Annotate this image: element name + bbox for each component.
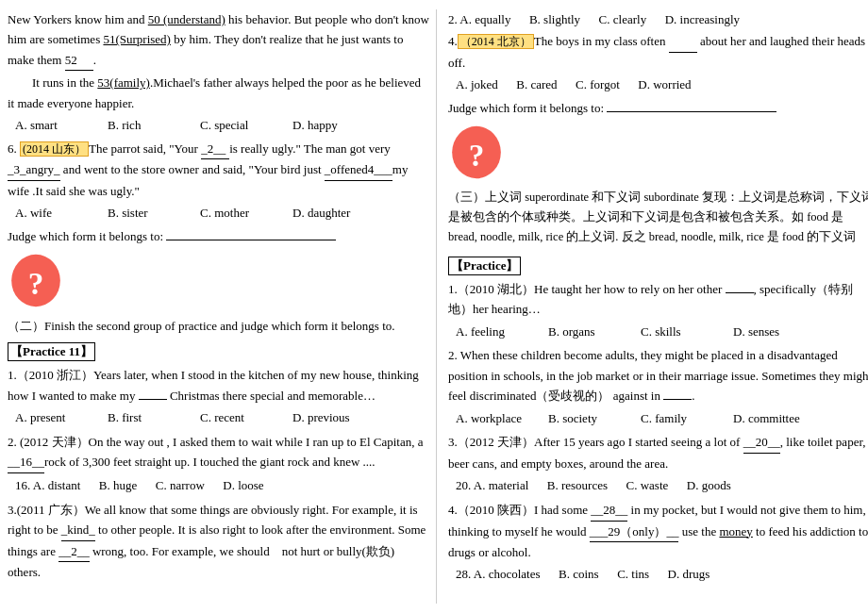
opt-happy: D. happy xyxy=(292,116,368,136)
p11-q3-text: 3.(2011 广东）We all know that some things … xyxy=(8,500,430,583)
practice-11-title: 【Practice 11】 xyxy=(8,342,95,361)
word-understand: 50 (understand) xyxy=(148,12,225,26)
left-intro-2: It runs in the 53(family).Michael's fath… xyxy=(8,73,430,113)
r-practice-title: 【Practice】 xyxy=(448,257,521,275)
svg-text:?: ? xyxy=(469,139,485,174)
q5-options: A. smart B. rich C. special D. happy xyxy=(15,116,430,136)
word-surprised: 51(Surprised) xyxy=(103,32,171,46)
r-p-q3-text: 3.（2012 天津）After 15 years ago I started … xyxy=(448,432,868,473)
opt-workplace: A. workplace xyxy=(456,409,531,429)
word-family: 53(family) xyxy=(97,75,150,90)
q6-options: A. wife B. sister C. mother D. daughter xyxy=(15,204,430,224)
opt-rich: B. rich xyxy=(108,116,183,136)
opt-skills: C. skills xyxy=(641,323,716,342)
r-p-q4-text: 4.（2010 陕西）I had some __28__ in my pocke… xyxy=(448,500,868,562)
left-intro-1: New Yorkers know him and 50 (understand)… xyxy=(8,9,430,71)
r-blank-20: __20__ xyxy=(743,432,780,453)
r-q4-text: 4.（2014 北京）The boys in my class often ab… xyxy=(448,31,868,73)
opt-organs: B. organs xyxy=(548,323,624,342)
r-blank-28: __28__ xyxy=(591,500,627,521)
opt-committee: D. committee xyxy=(733,409,809,429)
left-column: New Yorkers know him and 50 (understand)… xyxy=(8,9,437,604)
r-judge-blank xyxy=(607,111,776,112)
right-column: 2. A. equally B. slightly C. clearly D. … xyxy=(444,9,868,604)
r-p-q2: 2. When these children become adults, th… xyxy=(448,345,868,428)
r-q4-year: （2014 北京） xyxy=(458,34,534,49)
r-p-q3: 3.（2012 天津）After 15 years ago I started … xyxy=(448,432,868,496)
q6-text: 6. (2014 山东）The parrot said, "Your _2__i… xyxy=(8,139,430,201)
opt-present: A. present xyxy=(15,408,91,428)
p11-q3: 3.(2011 广东）We all know that some things … xyxy=(8,500,430,583)
r-p-q1-text: 1.（2010 湖北）He taught her how to rely on … xyxy=(448,279,868,320)
section-2-intro: （二）Finish the second group of practice a… xyxy=(8,316,430,336)
question-mark-image: ? xyxy=(8,251,74,312)
r-p-q2-text: 2. When these children become adults, th… xyxy=(448,345,868,406)
r-q4-block: 4.（2014 北京）The boys in my class often ab… xyxy=(448,31,868,95)
blank-offend: _offened4___ xyxy=(325,159,392,180)
chinese-block-1: （三）上义词 superordinate 和下义词 subordinate 复现… xyxy=(448,188,868,248)
r-blank-q2 xyxy=(663,399,692,400)
opt-smart: A. smart xyxy=(15,116,91,136)
r-question-mark-svg: ? xyxy=(448,124,505,181)
r-blank-29: ___29（only）__ xyxy=(590,522,679,542)
opt-sister: B. sister xyxy=(108,204,183,224)
r-p-q4-options-28: 28. A. chocolates B. coins C. tins D. dr… xyxy=(456,565,868,585)
blank-2: _2__ xyxy=(201,139,229,159)
opt-previous: D. previous xyxy=(292,408,368,428)
r-p-q1-options: A. feeling B. organs C. skills D. senses xyxy=(456,323,868,342)
opt-feeling: A. feeling xyxy=(456,323,531,342)
opt-recent: C. recent xyxy=(200,408,275,428)
svg-text:?: ? xyxy=(28,267,44,302)
opt-family: C. family xyxy=(641,409,716,429)
blank-p11q1 xyxy=(139,399,167,400)
p11-q2-options-text: 16. A. distant B. huge C. narrow D. loos… xyxy=(15,476,430,496)
r-word-money: money xyxy=(719,524,752,538)
judge-line-1: Judge which form it belongs to: xyxy=(8,227,430,247)
r-p-q3-options: 20. A. material B. resources C. waste D.… xyxy=(456,476,868,496)
opt-society: B. society xyxy=(548,409,624,429)
blank-3: _3_angry_ xyxy=(8,159,60,180)
p11-q1: 1.（2010 浙江）Years later, when I stood in … xyxy=(8,365,430,428)
blank-2b: __2__ xyxy=(58,541,90,562)
r-p-q4: 4.（2010 陕西）I had some __28__ in my pocke… xyxy=(448,500,868,585)
question-mark-svg: ? xyxy=(8,253,64,309)
opt-senses: D. senses xyxy=(733,323,809,342)
p11-q2: 2. (2012 天津）On the way out , I asked the… xyxy=(8,432,430,496)
r-blank-q1 xyxy=(726,292,754,293)
opt-daughter: D. daughter xyxy=(292,204,368,224)
main-page: New Yorkers know him and 50 (understand)… xyxy=(0,0,868,613)
opt-first: B. first xyxy=(108,408,183,428)
r-q2-text: 2. A. equally B. slightly C. clearly D. … xyxy=(448,9,868,29)
p11-q1-options: A. present B. first C. recent D. previou… xyxy=(15,408,430,428)
r-blank-q4 xyxy=(669,31,697,52)
opt-wife: A. wife xyxy=(15,204,91,224)
blank-kind: _kind_ xyxy=(61,520,95,540)
q6-block: 6. (2014 山东）The parrot said, "Your _2__i… xyxy=(8,139,430,224)
q6-year-label: (2014 山东） xyxy=(20,141,89,157)
r-question-mark-image: ? xyxy=(448,123,514,184)
blank-52: 52 xyxy=(65,50,93,71)
opt-special: C. special xyxy=(200,116,275,136)
r-p-q2-options: A. workplace B. society C. family D. com… xyxy=(456,409,868,429)
r-judge-line: Judge which form it belongs to: xyxy=(448,99,868,119)
p11-q1-text: 1.（2010 浙江）Years later, when I stood in … xyxy=(8,365,430,406)
blank-16: __16__ xyxy=(8,452,44,472)
p11-q2-text: 2. (2012 天津）On the way out , I asked the… xyxy=(8,432,430,473)
judge-blank-1 xyxy=(166,240,336,240)
r-p-q1: 1.（2010 湖北）He taught her how to rely on … xyxy=(448,279,868,342)
r-q4-options: A. joked B. cared C. forgot D. worried xyxy=(456,75,868,95)
opt-mother: C. mother xyxy=(200,204,275,224)
